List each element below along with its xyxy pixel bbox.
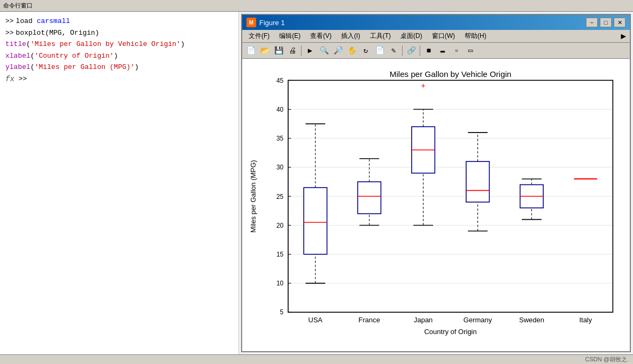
figure-title-text: Figure 1 (259, 19, 285, 27)
chart-title: Miles per Gallon by Vehicle Origin (390, 69, 512, 79)
germany-box (466, 161, 489, 202)
cmd-boxplot: boxplot(MPG, Origin) (16, 28, 99, 38)
colorbar-button[interactable]: ▬ (436, 44, 449, 57)
prompt-1: >> (5, 16, 14, 27)
cmd-xlabel-paren-open: ( (30, 51, 35, 61)
menu-arrow[interactable]: ► (619, 32, 628, 41)
menu-insert[interactable]: 插入(I) (337, 30, 364, 42)
ytick-5: 5 (280, 308, 284, 316)
cmd-title-str: 'Miles per Gallon by Vehicle Origin' (30, 39, 181, 50)
y-axis-label: Miles per Gallon (MPG) (249, 160, 257, 233)
cmd-ylabel-paren-close: ) (135, 62, 139, 73)
cmd-xlabel-func: xlabel (5, 51, 30, 61)
menu-desktop[interactable]: 桌面(D) (396, 30, 427, 42)
datacursor-button[interactable]: 📄 (373, 44, 386, 57)
menu-view[interactable]: 查看(V) (306, 30, 336, 42)
italy-label: Italy (579, 316, 592, 324)
link-button[interactable]: 🔗 (405, 44, 418, 57)
cmd-line-5: ylabel('Miles per Gallon (MPG)') (5, 62, 233, 73)
cmd-line-1: >> load carsmall (5, 16, 233, 27)
ytick-15: 15 (276, 251, 284, 258)
japan-label: Japan (414, 316, 433, 324)
rotate-button[interactable]: ↻ (359, 44, 372, 57)
cmd-paren-open: ( (26, 39, 30, 50)
ytick-20: 20 (276, 222, 284, 229)
maximize-button[interactable]: □ (600, 18, 612, 27)
legend-button[interactable]: ■ (422, 44, 435, 57)
cmd-line-3: title('Miles per Gallon by Vehicle Origi… (5, 39, 233, 50)
matlab-icon: M (246, 18, 256, 27)
close-button[interactable]: ✕ (614, 18, 626, 27)
zoom-in-button[interactable]: 🔍 (318, 44, 330, 57)
figure-titlebar: M Figure 1 − □ ✕ (242, 15, 630, 30)
cmd-carsmall: carsmall (37, 17, 70, 25)
usa-box (304, 188, 327, 254)
menu-edit[interactable]: 编辑(E) (275, 30, 305, 42)
zoom-out-button[interactable]: 🔎 (331, 44, 344, 57)
ytick-40: 40 (276, 106, 284, 113)
sep-2 (402, 45, 403, 56)
figure-window: M Figure 1 − □ ✕ 文件(F) 编辑(E) 查看(V) 插入(I)… (241, 14, 631, 352)
toolbar: 📄 📂 💾 🖨 ▶ 🔍 🔎 ✋ ↻ 📄 ✎ 🔗 ■ ▬ ▫ ▭ (242, 43, 630, 59)
print-button[interactable]: 🖨 (286, 44, 299, 57)
menu-tools[interactable]: 工具(T) (366, 30, 395, 42)
ytick-10: 10 (276, 280, 284, 287)
cmd-paren-close: ) (181, 39, 185, 50)
top-bar: 命令行窗口 (0, 0, 633, 12)
france-box (358, 182, 381, 214)
menu-window[interactable]: 窗口(W) (428, 30, 459, 42)
sweden-label: Sweden (519, 316, 544, 324)
cmd-text-1: load carsmall (16, 16, 70, 27)
top-bar-title: 命令行窗口 (3, 2, 33, 10)
bottom-bar: CSDN @胡牧之. (0, 354, 633, 364)
usa-label: USA (308, 316, 323, 324)
title-buttons[interactable]: − □ ✕ (586, 18, 626, 27)
cmd-ylabel-str: 'Miles per Gallon (MPG)' (35, 62, 135, 73)
cmd-xlabel-str: 'Country of Origin' (35, 51, 114, 61)
boxplot-chart: Miles per Gallon by Vehicle Origin Miles… (248, 64, 624, 346)
cmd-title-func: title (5, 39, 26, 50)
minimize-button[interactable]: − (586, 18, 598, 27)
save-button[interactable]: 💾 (272, 44, 285, 57)
cmd-ylabel-func: ylabel (5, 62, 30, 73)
subplot-button[interactable]: ▭ (464, 44, 477, 57)
cmd-load: load (16, 17, 37, 25)
menu-file[interactable]: 文件(F) (244, 30, 274, 42)
brush-button[interactable]: ✎ (387, 44, 400, 57)
figure-title-left: M Figure 1 (246, 18, 285, 27)
cmd-xlabel-paren-close: ) (114, 51, 118, 61)
open-button[interactable]: 📂 (258, 44, 271, 57)
prompt-fx: >> (19, 75, 27, 83)
sep-3 (420, 45, 420, 56)
cmd-fx-line: fx >> (5, 75, 233, 83)
command-window: >> load carsmall >> boxplot(MPG, Origin)… (0, 12, 239, 354)
france-label: France (359, 316, 380, 324)
ytick-25: 25 (276, 193, 284, 200)
pointer-tool[interactable]: ▶ (304, 44, 316, 57)
ytick-35: 35 (276, 135, 284, 142)
x-axis-label: Country of Origin (424, 328, 476, 336)
fx-label: fx (5, 75, 14, 83)
prompt-2: >> (5, 28, 14, 38)
grid-button[interactable]: ▫ (450, 44, 463, 57)
new-figure-button[interactable]: 📄 (244, 44, 257, 57)
sep-1 (301, 45, 302, 56)
ytick-30: 30 (276, 164, 284, 171)
plot-area: Miles per Gallon by Vehicle Origin Miles… (242, 59, 630, 351)
cmd-ylabel-paren-open: ( (30, 62, 35, 73)
menu-bar: 文件(F) 编辑(E) 查看(V) 插入(I) 工具(T) 桌面(D) 窗口(W… (242, 30, 630, 43)
ytick-45: 45 (276, 77, 284, 84)
cmd-line-2: >> boxplot(MPG, Origin) (5, 28, 233, 38)
cmd-line-4: xlabel('Country of Origin') (5, 51, 233, 61)
germany-label: Germany (464, 316, 492, 324)
credit-text: CSDN @胡牧之. (585, 355, 629, 363)
japan-outlier: + (421, 81, 426, 90)
pan-button[interactable]: ✋ (345, 44, 358, 57)
menu-help[interactable]: 帮助(H) (460, 30, 491, 42)
